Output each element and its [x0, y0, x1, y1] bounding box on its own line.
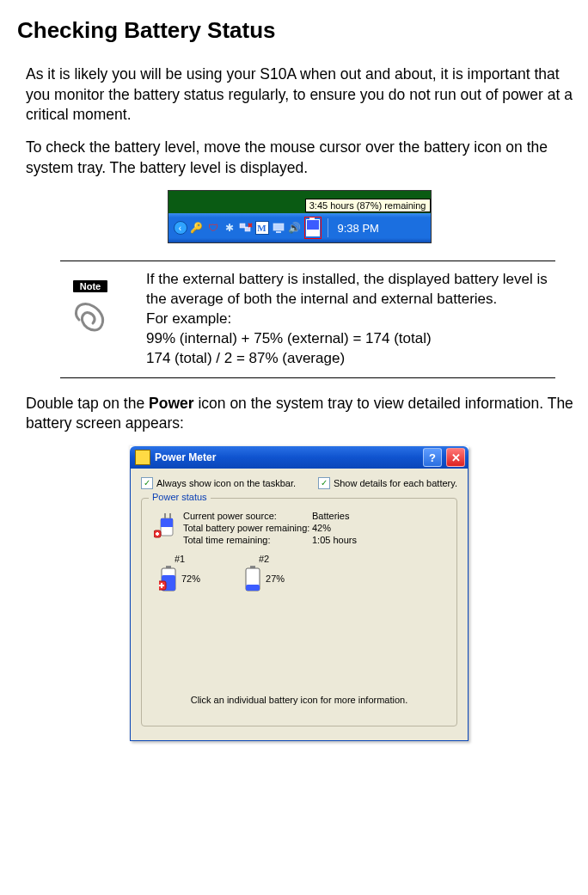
power-meter-hint: Click an individual battery icon for mor… — [150, 695, 448, 705]
power-status-group: Power status Current power source: Batte… — [141, 498, 457, 726]
power-meter-window: Power Meter ? ✕ ✓ Always show icon on th… — [130, 446, 469, 741]
tray-battery-icon[interactable] — [306, 219, 320, 236]
tray-m-icon[interactable]: M — [255, 221, 269, 235]
tray-shield-icon[interactable]: 🛡 — [206, 221, 220, 235]
power-meter-title: Power Meter — [155, 451, 216, 463]
battery-2[interactable]: #2 27% — [243, 554, 285, 592]
power-plug-icon — [154, 513, 180, 543]
svg-rect-12 — [156, 532, 158, 536]
tray-bluetooth-icon[interactable]: ✱ — [223, 221, 236, 235]
svg-rect-8 — [164, 513, 166, 518]
battery-1-percent: 72% — [181, 573, 200, 584]
systray-screenshot: 3:45 hours (87%) remaining ‹ 🔑 🛡 ✱ M 🔊 9… — [168, 190, 432, 243]
svg-rect-21 — [246, 585, 260, 591]
battery-icon-highlight — [304, 217, 322, 239]
time-remaining-label: Total time remaining: — [183, 535, 312, 545]
power-source-label: Current power source: — [183, 511, 312, 521]
svg-rect-18 — [161, 583, 162, 588]
battery-2-icon — [243, 566, 262, 592]
help-button[interactable]: ? — [423, 448, 442, 467]
paperclip-icon — [69, 296, 112, 337]
checkbox-icon: ✓ — [141, 477, 153, 489]
tray-key-icon[interactable]: 🔑 — [190, 221, 204, 235]
always-show-icon-checkbox[interactable]: ✓ Always show icon on the taskbar. — [141, 477, 296, 489]
power-meter-title-icon — [135, 450, 150, 465]
tray-expand-icon[interactable]: ‹ — [174, 221, 187, 235]
battery-1-icon — [159, 566, 178, 592]
paragraph-3: Double tap on the Power icon on the syst… — [26, 394, 581, 434]
battery-1-number: #1 — [175, 554, 185, 564]
tray-monitor-icon[interactable] — [272, 221, 285, 235]
power-status-legend: Power status — [149, 492, 211, 502]
note-line-1: If the external battery is installed, th… — [146, 270, 550, 310]
intro-paragraph-1: As it is likely you will be using your S… — [26, 64, 581, 126]
note-badge: Note — [73, 280, 107, 292]
always-show-icon-label: Always show icon on the taskbar. — [156, 478, 296, 488]
svg-rect-0 — [240, 224, 245, 228]
time-remaining-value: 1:05 hours — [312, 535, 389, 545]
tray-network-icon[interactable] — [239, 221, 253, 235]
power-meter-titlebar[interactable]: Power Meter ? ✕ — [130, 446, 469, 469]
svg-rect-5 — [276, 231, 281, 233]
note-box: Note If the external battery is installe… — [60, 261, 555, 378]
total-remaining-value: 42% — [312, 523, 389, 533]
note-line-2: For example: — [146, 310, 550, 329]
tray-volume-icon[interactable]: 🔊 — [288, 221, 302, 235]
close-button[interactable]: ✕ — [446, 448, 465, 467]
tray-clock[interactable]: 9:38 PM — [338, 222, 379, 235]
battery-tooltip: 3:45 hours (87%) remaining — [305, 199, 431, 212]
battery-2-number: #2 — [259, 554, 269, 564]
note-line-4: 174 (total) / 2 = 87% (average) — [146, 349, 550, 369]
note-line-3: 99% (internal) + 75% (external) = 174 (t… — [146, 329, 550, 349]
battery-1[interactable]: #1 72% — [159, 554, 200, 592]
page-heading: Checking Battery Status — [17, 17, 581, 44]
svg-rect-4 — [273, 224, 284, 230]
svg-rect-1 — [245, 227, 250, 231]
checkbox-icon: ✓ — [318, 477, 330, 489]
svg-rect-9 — [169, 513, 171, 518]
svg-rect-7 — [161, 518, 173, 527]
show-details-label: Show details for each battery. — [334, 478, 457, 488]
battery-2-percent: 27% — [266, 573, 285, 584]
total-remaining-label: Total battery power remaining: — [183, 523, 312, 533]
show-details-checkbox[interactable]: ✓ Show details for each battery. — [318, 477, 457, 489]
power-source-value: Batteries — [312, 511, 389, 521]
intro-paragraph-2: To check the battery level, move the mou… — [26, 138, 581, 178]
